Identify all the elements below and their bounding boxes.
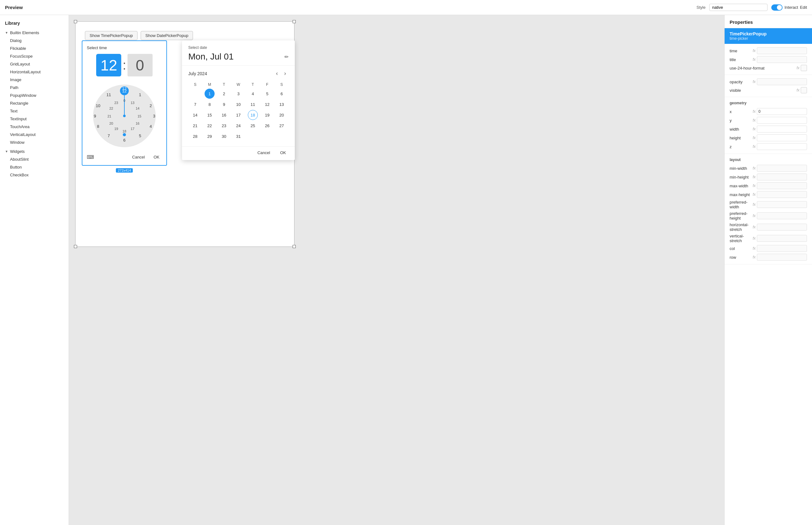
clock-num-5[interactable]: 5 (139, 133, 141, 138)
cal-day-27[interactable]: 27 (276, 121, 287, 131)
cal-day-1[interactable]: 1 (205, 89, 215, 99)
layout-input-horizontal-stretch[interactable] (757, 224, 807, 230)
cal-day-31[interactable]: 31 (234, 131, 243, 141)
cal-day-11[interactable]: 11 (248, 99, 258, 109)
sidebar-widget-aboutslint[interactable]: AboutSlint (0, 155, 69, 163)
sidebar-item-popupwindow[interactable]: PopupWindow (0, 91, 69, 99)
layout-input-preferred-width[interactable] (757, 201, 807, 208)
layout-input-max-height[interactable] (757, 191, 807, 198)
cal-day-15[interactable]: 15 (205, 110, 215, 120)
clock-num-22[interactable]: 22 (109, 106, 113, 110)
clock-num-0[interactable]: 0 (123, 99, 125, 102)
prop-input-time[interactable] (757, 47, 807, 54)
sidebar-item-window[interactable]: Window (0, 138, 69, 146)
cal-day-22[interactable]: 22 (205, 121, 215, 131)
style-input[interactable] (709, 4, 768, 11)
prop-toggle-visible[interactable] (801, 87, 807, 93)
sidebar-item-text[interactable]: Text (0, 107, 69, 115)
sidebar-item-focusscope[interactable]: FocusScope (0, 52, 69, 60)
clock-num-2[interactable]: 2 (149, 103, 152, 108)
clock-num-19[interactable]: 19 (114, 127, 118, 131)
cal-day-28[interactable]: 28 (190, 131, 200, 141)
keyboard-icon[interactable]: ⌨ (87, 154, 94, 160)
cal-day-20[interactable]: 20 (276, 110, 287, 120)
clock-num-18[interactable]: 18 (122, 129, 126, 133)
clock-num-7[interactable]: 7 (107, 133, 110, 138)
clock-num-4[interactable]: 4 (149, 124, 152, 129)
date-ok-button[interactable]: OK (277, 149, 288, 156)
prop-input-title[interactable] (757, 56, 807, 63)
selected-component[interactable]: TimePickerPopup time-picker (725, 28, 812, 44)
prop-input-opacity[interactable] (757, 78, 807, 85)
layout-input-min-height[interactable] (757, 174, 807, 180)
cal-day-25[interactable]: 25 (248, 121, 258, 131)
clock-num-20[interactable]: 20 (109, 122, 113, 125)
cal-day-30[interactable]: 30 (219, 131, 229, 141)
handle-top-left[interactable] (74, 20, 77, 23)
cal-day-17[interactable]: 17 (234, 110, 243, 120)
clock-num-13[interactable]: 13 (131, 101, 134, 105)
sidebar-item-rectangle[interactable]: Rectangle (0, 99, 69, 107)
month-label[interactable]: July 2024 (188, 71, 207, 76)
clock-num-6[interactable]: 6 (123, 138, 125, 142)
clock-num-10[interactable]: 10 (96, 103, 100, 108)
layout-input-vertical-stretch[interactable] (757, 235, 807, 242)
clock-num-8[interactable]: 8 (97, 124, 99, 129)
cal-day-18[interactable]: 18 (248, 110, 258, 120)
sidebar-item-image[interactable]: Image (0, 76, 69, 84)
minute-display[interactable]: 0 (127, 54, 153, 76)
show-time-picker-button[interactable]: Show TimePickerPopup (85, 31, 137, 40)
cal-day-13[interactable]: 13 (276, 99, 287, 109)
interact-toggle-switch[interactable] (771, 4, 783, 11)
sidebar-item-path[interactable]: Path (0, 84, 69, 91)
sidebar-widget-checkbox[interactable]: CheckBox (0, 171, 69, 179)
cal-day-23[interactable]: 23 (219, 121, 229, 131)
clock-num-17[interactable]: 17 (131, 127, 134, 131)
cal-day-7[interactable]: 7 (190, 99, 200, 109)
next-month-button[interactable]: › (282, 70, 288, 77)
geom-input-height[interactable] (757, 134, 807, 141)
sidebar-item-horizontallayout[interactable]: HorizontalLayout (0, 68, 69, 76)
cal-day-9[interactable]: 9 (219, 99, 229, 109)
layout-input-row[interactable] (757, 254, 807, 260)
layout-input-min-width[interactable] (757, 165, 807, 172)
hour-display[interactable]: 12 (96, 54, 121, 76)
prop-toggle-use-24-hour-format[interactable] (801, 65, 807, 71)
clock-num-16[interactable]: 16 (136, 122, 139, 125)
clock-num-14[interactable]: 14 (136, 106, 139, 110)
clock-num-12[interactable]: 12 (122, 86, 126, 91)
clock-num-9[interactable]: 9 (94, 114, 96, 118)
clock-num-21[interactable]: 21 (107, 114, 111, 118)
cal-day-12[interactable]: 12 (262, 99, 272, 109)
cal-day-26[interactable]: 26 (262, 121, 272, 131)
prev-month-button[interactable]: ‹ (273, 70, 280, 77)
cal-day-16[interactable]: 16 (219, 110, 229, 120)
handle-top-right[interactable] (292, 20, 296, 23)
clock-num-3[interactable]: 3 (153, 114, 155, 118)
cal-day-5[interactable]: 5 (262, 89, 272, 99)
cal-day-6[interactable]: 6 (276, 89, 287, 99)
geom-input-x[interactable] (757, 108, 807, 115)
cal-day-24[interactable]: 24 (234, 121, 243, 131)
sidebar-item-dialog[interactable]: Dialog (0, 37, 69, 44)
sidebar-item-textinput[interactable]: TextInput (0, 115, 69, 123)
geom-input-width[interactable] (757, 125, 807, 133)
layout-input-preferred-height[interactable] (757, 212, 807, 219)
cal-day-10[interactable]: 10 (234, 99, 243, 109)
cal-day-4[interactable]: 4 (248, 89, 258, 99)
cal-day-29[interactable]: 29 (205, 131, 215, 141)
clock-num-1[interactable]: 1 (139, 92, 141, 97)
cal-day-2[interactable]: 2 (219, 89, 229, 99)
cal-day-14[interactable]: 14 (190, 110, 200, 120)
handle-bottom-right[interactable] (292, 245, 296, 248)
show-date-picker-button[interactable]: Show DatePickerPopup (141, 31, 193, 40)
date-edit-icon[interactable]: ✏ (284, 54, 288, 60)
sidebar-item-gridlayout[interactable]: GridLayout (0, 60, 69, 68)
cal-day-8[interactable]: 8 (205, 99, 215, 109)
builtin-section-header[interactable]: ▼ Builtin Elements (0, 29, 69, 37)
clock-num-15[interactable]: 15 (137, 114, 141, 118)
sidebar-item-toucharea[interactable]: TouchArea (0, 123, 69, 131)
clock-num-11[interactable]: 11 (106, 92, 111, 97)
geom-input-z[interactable] (757, 143, 807, 150)
sidebar-widget-button[interactable]: Button (0, 163, 69, 171)
